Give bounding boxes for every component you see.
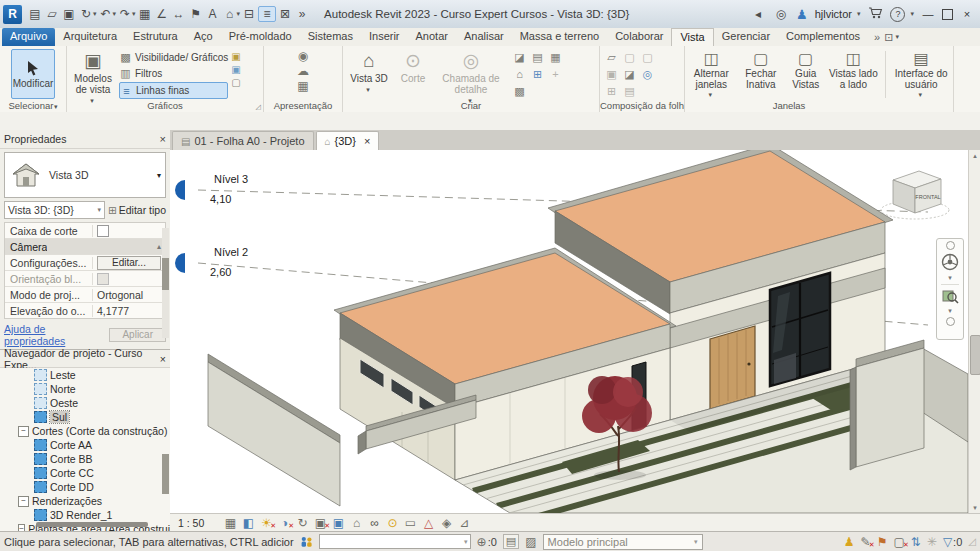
selecionar-dropdown-icon[interactable]: ▾ bbox=[54, 103, 58, 110]
tab-gerenciar[interactable]: Gerenciar bbox=[714, 28, 778, 46]
scroll-thumb[interactable] bbox=[970, 335, 980, 375]
scope-box-icon[interactable]: + bbox=[547, 68, 564, 84]
highlight-displacement-sets-icon[interactable]: ◈ bbox=[439, 516, 454, 530]
properties-scrollbar[interactable] bbox=[162, 228, 169, 338]
minimize-button[interactable]: — bbox=[921, 8, 935, 20]
wheel-dropdown-icon[interactable]: ▾ bbox=[948, 274, 952, 282]
pin-icon[interactable]: ⚑ bbox=[877, 535, 888, 549]
tab-arquitetura[interactable]: Arquitetura bbox=[55, 28, 125, 46]
worksets-dialog-icon[interactable]: ▤ bbox=[503, 534, 519, 549]
properties-icon[interactable]: ▤ bbox=[27, 7, 43, 21]
render-in-cloud-icon[interactable]: ☁ bbox=[297, 64, 309, 78]
signed-in-user[interactable]: hjlvictor bbox=[815, 8, 852, 20]
project-browser-close-icon[interactable]: × bbox=[160, 353, 166, 365]
tab-analisar[interactable]: Analisar bbox=[456, 28, 512, 46]
browser-item-norte[interactable]: Norte bbox=[0, 382, 170, 396]
tag-icon[interactable]: ⚑ bbox=[188, 7, 204, 21]
detail-level-icon[interactable]: ▦ bbox=[223, 516, 238, 530]
visibility-graphics-button[interactable]: ▩ Visibilidade/ Gráficos bbox=[119, 50, 228, 65]
view-tab-3d[interactable]: ⌂ {3D} × bbox=[316, 131, 380, 150]
tab-overflow-icon[interactable]: » bbox=[874, 31, 880, 43]
tab-vista[interactable]: Vista bbox=[671, 28, 713, 46]
property-row[interactable]: Modo de proj... Ortogonal bbox=[5, 287, 165, 303]
browser-item-oeste[interactable]: Oeste bbox=[0, 396, 170, 410]
modify-button[interactable]: Modificar bbox=[11, 49, 55, 99]
browser-item-leste[interactable]: Leste bbox=[0, 368, 170, 382]
view-tab-sheet[interactable]: ▤ 01 - Folha A0 - Projeto bbox=[172, 131, 314, 150]
sync-icon[interactable]: ↻ bbox=[78, 7, 94, 21]
user-avatar-icon[interactable]: ♟ bbox=[796, 7, 808, 22]
design-options-icon[interactable]: ▨ bbox=[525, 535, 536, 549]
close-button[interactable]: × bbox=[960, 8, 974, 20]
displace-elements-icon[interactable]: ⊿ bbox=[457, 516, 472, 530]
revisions-icon[interactable]: ▢ bbox=[639, 51, 656, 67]
sun-path-icon[interactable]: ☀✕ bbox=[259, 516, 274, 530]
guide-grid-icon[interactable]: ▣ bbox=[603, 68, 620, 84]
filters-button[interactable]: ▥ Filtros bbox=[119, 66, 228, 81]
viewcube[interactable]: FRONTAL bbox=[875, 158, 959, 230]
duplicate-view-icon[interactable]: ⊞ bbox=[529, 68, 546, 84]
view-tab-close-icon[interactable]: × bbox=[364, 135, 370, 147]
close-inactive-views-icon[interactable]: ⊠ bbox=[277, 7, 293, 21]
drafting-view-icon[interactable]: ▤ bbox=[529, 51, 546, 67]
sync-dropdown-icon[interactable]: ▾ bbox=[93, 10, 97, 18]
editable-only-icon[interactable]: ⊕ bbox=[477, 535, 487, 549]
panel-label-selecionar[interactable]: Selecionar bbox=[8, 100, 53, 111]
properties-close-icon[interactable]: × bbox=[160, 133, 166, 145]
sync-status-icon[interactable]: ⇅ bbox=[911, 535, 921, 549]
type-selector[interactable]: Vista 3D ▾ bbox=[4, 152, 166, 198]
ribbon-display-toggle-icon[interactable]: ⊡ bbox=[884, 31, 893, 44]
app-store-cart-icon[interactable] bbox=[867, 7, 883, 22]
browser-group-renderizacoes[interactable]: −Renderizações bbox=[0, 494, 170, 508]
property-row[interactable]: Caixa de corte bbox=[5, 223, 165, 239]
view-reference-icon[interactable]: ▤ bbox=[621, 85, 638, 101]
thin-lines-icon[interactable]: ≡ bbox=[258, 6, 276, 22]
dimension-icon[interactable]: ↔ bbox=[171, 7, 187, 21]
show-crop-region-icon[interactable]: ▣ bbox=[331, 516, 346, 530]
title-block-icon[interactable]: ▢ bbox=[621, 51, 638, 67]
switch-windows-button[interactable]: ◫ Alternar janelas ▾ bbox=[688, 49, 735, 100]
ribbon-display-dropdown-icon[interactable]: ▾ bbox=[895, 33, 899, 41]
text-icon[interactable]: A bbox=[205, 7, 221, 21]
graphic-display-options-icon[interactable]: ▣ bbox=[231, 51, 240, 62]
tab-colaborar[interactable]: Colaborar bbox=[607, 28, 671, 46]
worksharing-display-icon[interactable]: ♟ bbox=[844, 535, 855, 549]
browser-item-sul[interactable]: Sul bbox=[0, 410, 170, 424]
house-model[interactable] bbox=[208, 150, 968, 513]
background-processes-icon[interactable]: ▢✕ bbox=[893, 535, 904, 549]
canvas-vertical-scrollbar[interactable]: ▴ ▾ bbox=[968, 150, 980, 513]
view-templates-button[interactable]: ▣ Modelos de vista ▾ bbox=[70, 49, 116, 100]
browser-item-corte-dd[interactable]: Corte DD bbox=[0, 480, 170, 494]
locked-3d-view-icon[interactable]: ⌂ bbox=[349, 516, 364, 530]
rendering-dialog-icon[interactable]: ↻ bbox=[295, 516, 310, 530]
chamada-de-detalhe-button[interactable]: ◎ Chamada de detalhe ▾ bbox=[434, 49, 508, 100]
measure-icon[interactable]: ∠ bbox=[154, 7, 170, 21]
tab-arquivo[interactable]: Arquivo bbox=[2, 28, 55, 46]
level-2-elevation[interactable]: 2,60 bbox=[210, 266, 231, 278]
resize-grip-icon[interactable]: ◿ bbox=[968, 536, 976, 547]
browser-item-corte-bb[interactable]: Corte BB bbox=[0, 452, 170, 466]
property-row[interactable]: Configurações... Editar... bbox=[5, 255, 165, 271]
corte-button[interactable]: ⊙ Corte bbox=[395, 49, 431, 100]
temporary-hide-isolate-icon[interactable]: ∞ bbox=[367, 516, 382, 530]
level-3-marker-icon[interactable] bbox=[175, 180, 185, 200]
tile-views-button[interactable]: ◫ Vistas lado a lado bbox=[827, 49, 879, 100]
browser-item-corte-aa[interactable]: Corte AA bbox=[0, 438, 170, 452]
level-3-elevation[interactable]: 4,10 bbox=[210, 193, 231, 205]
scale-button[interactable]: 1 : 50 bbox=[178, 517, 220, 529]
undo-icon[interactable]: ↶ bbox=[98, 7, 114, 21]
view-selector[interactable]: Vista 3D: {3D} ▾ bbox=[4, 201, 105, 219]
qat-more-icon[interactable]: » bbox=[294, 7, 310, 21]
steering-wheel-icon[interactable] bbox=[940, 252, 960, 272]
crop-view-icon[interactable]: ▣✕ bbox=[313, 516, 328, 530]
navigation-bar[interactable]: ▾ ▾ bbox=[936, 238, 964, 340]
user-interface-button[interactable]: ▤ Interface do usuário ▾ bbox=[892, 49, 950, 100]
navbar-bottom-icon[interactable] bbox=[946, 317, 955, 326]
profile-view-icon[interactable]: ▢ bbox=[231, 77, 240, 88]
schedules-icon[interactable]: ▦ bbox=[547, 51, 564, 67]
zoom-icon[interactable] bbox=[941, 287, 959, 305]
view-dropdown-icon[interactable]: ▾ bbox=[237, 10, 241, 18]
tab-sistemas[interactable]: Sistemas bbox=[300, 28, 361, 46]
level-3-label[interactable]: Nível 3 bbox=[214, 173, 248, 185]
tab-aco[interactable]: Aço bbox=[186, 28, 221, 46]
